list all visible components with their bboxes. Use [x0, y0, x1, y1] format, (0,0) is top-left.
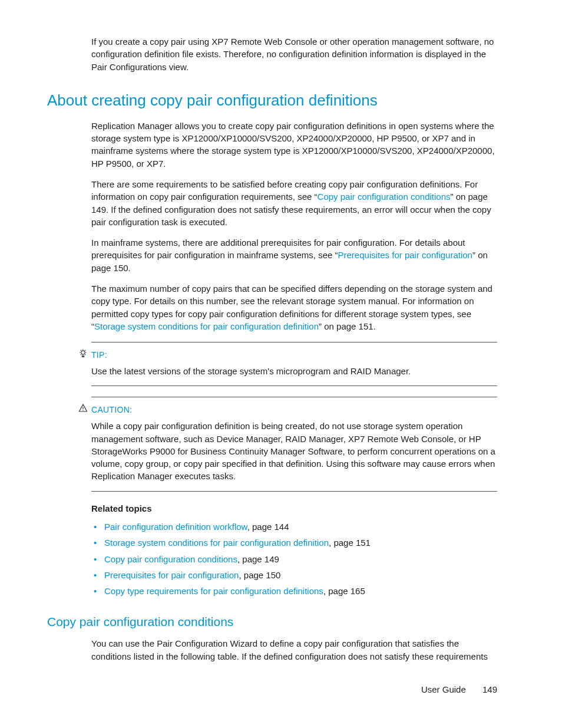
related-link[interactable]: Prerequisites for pair configuration — [104, 570, 239, 580]
related-link[interactable]: Copy pair configuration conditions — [104, 554, 237, 564]
page-number: 149 — [482, 684, 497, 694]
page-ref: , page 144 — [247, 522, 289, 532]
body-paragraph: Replication Manager allows you to create… — [91, 120, 497, 170]
body-paragraph: The maximum number of copy pairs that ca… — [91, 282, 497, 332]
warning-icon — [78, 403, 88, 413]
svg-point-0 — [81, 351, 85, 354]
page-ref: , page 165 — [323, 586, 365, 596]
related-topics-list: Pair configuration definition workflow, … — [91, 521, 497, 597]
list-item: Copy pair configuration conditions, page… — [91, 553, 497, 565]
svg-rect-9 — [82, 356, 84, 357]
caution-label: CAUTION: — [91, 405, 132, 414]
svg-line-8 — [81, 354, 81, 355]
link-prerequisites[interactable]: Prerequisites for pair configuration — [338, 250, 472, 260]
related-link[interactable]: Copy type requirements for pair configur… — [104, 586, 323, 596]
page-footer: User Guide 149 — [421, 683, 497, 696]
page-ref: , page 151 — [329, 538, 371, 548]
page-ref: , page 149 — [237, 554, 279, 564]
svg-line-6 — [85, 354, 85, 355]
caution-body: While a copy pair configuration definiti… — [91, 420, 497, 482]
link-storage-conditions[interactable]: Storage system conditions for pair confi… — [94, 321, 319, 331]
list-item: Storage system conditions for pair confi… — [91, 536, 497, 549]
caution-callout: CAUTION: While a copy pair configuration… — [91, 397, 497, 491]
section-heading-copy-pair-conditions: Copy pair configuration conditions — [47, 613, 497, 631]
related-link[interactable]: Pair configuration definition workflow — [104, 522, 247, 532]
page-ref: , page 150 — [239, 570, 280, 580]
text-run: ” on page 151. — [319, 321, 376, 331]
body-paragraph: You can use the Pair Configuration Wizar… — [91, 637, 497, 663]
svg-line-7 — [85, 350, 85, 351]
list-item: Prerequisites for pair configuration, pa… — [91, 569, 497, 581]
list-item: Pair configuration definition workflow, … — [91, 521, 497, 533]
tip-body: Use the latest versions of the storage s… — [91, 365, 497, 377]
list-item: Copy type requirements for pair configur… — [91, 585, 497, 597]
body-paragraph: There are some requirements to be satisf… — [91, 178, 497, 228]
intro-paragraph: If you create a copy pair using XP7 Remo… — [91, 35, 497, 73]
body-paragraph: In mainframe systems, there are addition… — [91, 236, 497, 274]
tip-callout: TIP: Use the latest versions of the stor… — [91, 342, 497, 386]
footer-label: User Guide — [421, 684, 466, 694]
related-link[interactable]: Storage system conditions for pair confi… — [104, 538, 329, 548]
related-topics-heading: Related topics — [91, 502, 497, 515]
section-heading-about-creating: About creating copy pair configuration d… — [47, 90, 497, 111]
tip-label: TIP: — [91, 350, 107, 360]
link-copy-pair-conditions[interactable]: Copy pair configuration conditions — [318, 192, 451, 202]
svg-point-11 — [82, 410, 83, 411]
svg-line-5 — [81, 350, 81, 351]
lightbulb-icon — [78, 348, 88, 358]
